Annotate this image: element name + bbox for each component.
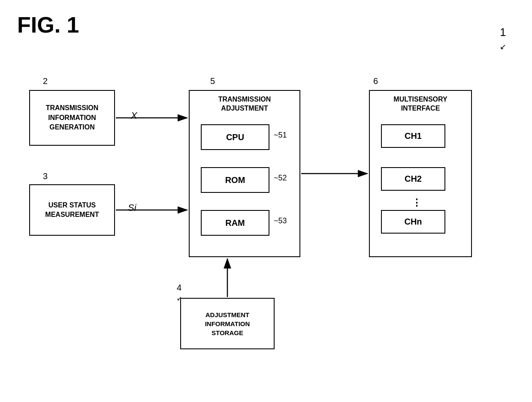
ch1-box: CH1 <box>381 124 445 148</box>
figure-title: FIG. 1 <box>17 12 79 38</box>
transmission-info-box: TRANSMISSION INFORMATION GENERATION <box>29 90 115 146</box>
x-label: X <box>131 110 137 121</box>
ref-num-53: ~53 <box>274 216 287 225</box>
ref-num-52: ~52 <box>274 174 287 183</box>
ref-num-51: ~51 <box>274 131 287 140</box>
user-status-box: USER STATUS MEASUREMENT <box>29 184 115 236</box>
cpu-box: CPU <box>201 124 269 150</box>
ellipsis: ⋮ <box>412 197 421 208</box>
transmission-adj-label: TRANSMISSION ADJUSTMENT <box>195 95 294 113</box>
adjustment-info-box: ADJUSTMENT INFORMATION STORAGE <box>180 298 275 349</box>
rom-box: ROM <box>201 167 269 193</box>
ref-num-1: 1 ↙ <box>500 26 506 52</box>
ram-box: RAM <box>201 210 269 236</box>
multisensory-label: MULTISENSORY INTERFACE <box>375 95 466 113</box>
chn-box: CHn <box>381 210 445 234</box>
si-label: Si <box>128 202 136 213</box>
ch2-box: CH2 <box>381 167 445 191</box>
